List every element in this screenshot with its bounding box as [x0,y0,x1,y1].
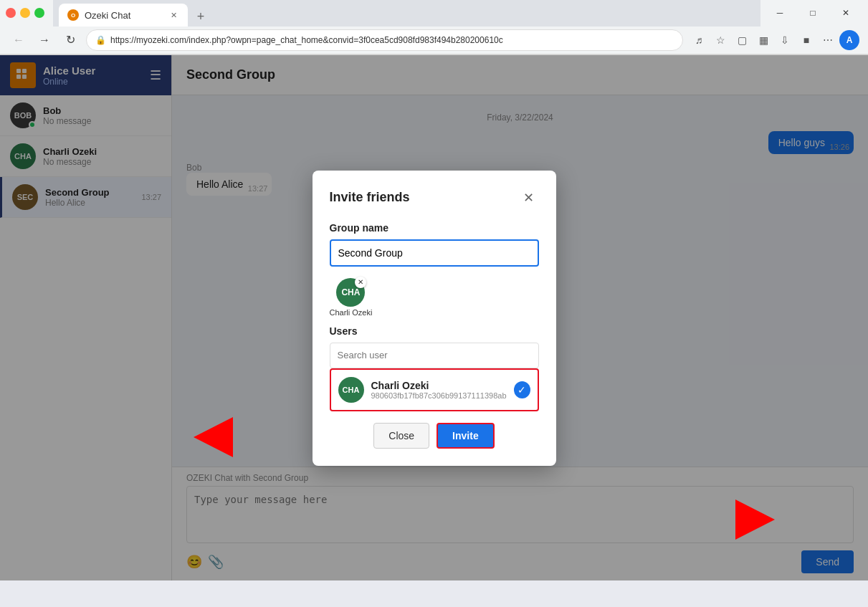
user-item-avatar-charli: CHA [338,377,364,403]
browser-min-btn[interactable] [20,8,30,18]
modal-close-btn[interactable]: ✕ [519,188,539,208]
chip-remove-btn-charli[interactable]: ✕ [355,277,366,288]
user-search-input[interactable] [330,343,539,368]
read-aloud-btn[interactable]: ♬ [689,30,709,50]
new-tab-btn[interactable]: + [191,6,211,27]
user-check-icon: ✓ [514,381,530,398]
win-minimize-btn[interactable]: ─ [763,0,796,26]
selected-users-list: CHA ✕ Charli Ozeki [330,278,539,317]
downloads-btn[interactable]: ⇩ [775,30,795,50]
profile-btn[interactable]: A [839,30,859,50]
modal-invite-btn[interactable]: Invite [437,423,495,449]
modal-close-btn-footer[interactable]: Close [373,423,429,449]
url-bar: 🔒 https://myozeki.com/index.php?owpn=pag… [86,29,683,51]
arrow-right-indicator [735,500,775,540]
tab-favicon: O [67,9,79,21]
modal-footer: Close Invite [330,423,539,449]
browser-tab[interactable]: O Ozeki Chat ✕ [59,4,188,27]
chip-avatar-charli: CHA ✕ [336,278,365,307]
back-btn[interactable]: ← [9,30,29,50]
chip-name-charli: Charli Ozeki [330,308,373,317]
bookmark-btn[interactable]: ☆ [710,30,730,50]
forward-btn[interactable]: → [34,30,54,50]
tab-title: Ozeki Chat [85,10,162,21]
adblock-btn[interactable]: ■ [796,30,816,50]
browser-max-btn[interactable] [34,8,44,18]
user-list-item-charli[interactable]: CHA Charli Ozeki 980603fb17fb87c306b9913… [330,368,539,411]
group-name-label: Group name [330,222,539,234]
user-item-id: 980603fb17fb87c306b99137111398ab [371,391,507,400]
tab-close-btn[interactable]: ✕ [168,9,179,21]
lock-icon: 🔒 [95,35,106,45]
url-text: https://myozeki.com/index.php?owpn=page_… [110,35,674,45]
invite-friends-modal: Invite friends ✕ Group name CHA ✕ Charli… [313,171,556,466]
group-name-input[interactable] [330,239,539,267]
users-section-label: Users [330,325,539,337]
user-item-name: Charli Ozeki [371,380,507,391]
reload-btn[interactable]: ↻ [60,30,80,50]
selected-user-chip-charli: CHA ✕ Charli Ozeki [330,278,373,317]
modal-header: Invite friends ✕ [330,188,539,208]
win-maximize-btn[interactable]: □ [796,0,829,26]
browser-close-btn[interactable] [6,8,16,18]
win-close-btn[interactable]: ✕ [829,0,862,26]
extensions-btn[interactable]: ▦ [753,30,773,50]
arrow-left-indicator [194,417,233,457]
modal-overlay: Invite friends ✕ Group name CHA ✕ Charli… [0,55,868,580]
modal-title: Invite friends [330,190,410,205]
browser-view-btn[interactable]: ▢ [732,30,752,50]
more-btn[interactable]: ⋯ [818,30,838,50]
